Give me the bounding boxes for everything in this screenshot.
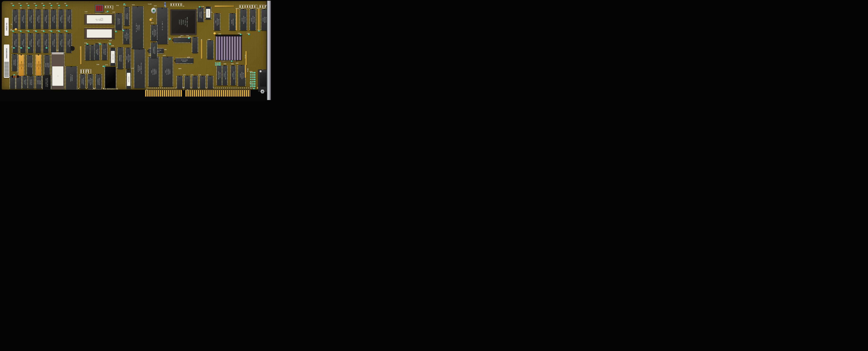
tantalum-capacitor [149, 19, 152, 21]
edge-connector-p1 [185, 90, 250, 96]
ic-chip [84, 28, 114, 39]
chip-marking: SN74LS273N ZKXAK8826 [119, 48, 122, 68]
silkscreen-text: U6 [50, 7, 52, 9]
chip-marking: MC74F74N XXAY8831 [30, 77, 32, 88]
white-label-text: B200013046 [128, 77, 129, 82]
ceramic-capacitor [109, 43, 111, 45]
pin-header-holes [105, 6, 113, 8]
ic-chip: TMS4256-12NL IGE8826 [59, 33, 64, 53]
ic-chip: SN74LS245N 8817BS [229, 13, 236, 31]
serial-label: FA-37804 [4, 18, 9, 36]
silkscreen-text: U75 [163, 55, 166, 56]
ic-chip: DALE MDP1603-330C 8753 [19, 55, 24, 76]
sip-resistor-network [236, 9, 237, 31]
ceramic-capacitor [12, 31, 14, 32]
chip-marking: MALAYSIA SN74ALS245A 8813 [215, 14, 219, 30]
chip-marking: TMS4256-12NL IGE8826 [37, 34, 40, 52]
ic-chip: TMS4256-12NL IGE8826 [36, 9, 41, 29]
ic-chip: MALAYSIA SN74ALS245AN 8813DT [123, 29, 129, 44]
chip-marking: TMS4256-12NL IGE8826 [29, 10, 32, 28]
chip-marking: TMS4256-12NL IGE8826 [52, 34, 55, 52]
silkscreen-text: C10 [85, 11, 88, 12]
ic-chip [192, 37, 197, 53]
ic-chip [208, 76, 213, 89]
silkscreen-text: 31 [187, 89, 189, 91]
silkscreen-text: U15 [154, 5, 157, 7]
ic-chip: SN74ALS573BN 8826CT [222, 65, 227, 85]
chip-marking: TMS4256-12NL IGE8826 [44, 34, 48, 52]
resistor [250, 85, 255, 87]
silkscreen-text: U10 [113, 11, 115, 13]
chip-marking: SN74LS590N 8836AS [181, 59, 188, 62]
white-label-text: B200011506C [208, 10, 209, 16]
pin-header [170, 3, 182, 6]
ic-chip: SN74ALS573BN 8826CT [231, 65, 236, 85]
ic-chip: MC146818P QL 2GC68801 [66, 66, 77, 90]
chip-marking: TMS4256-12NL IGE8826 [37, 10, 40, 28]
ceramic-capacitor [58, 5, 60, 6]
ic-chip: SN74F138N 8626AT [95, 43, 99, 60]
silkscreen-text: U77 [183, 74, 186, 76]
chip-notch [148, 50, 148, 52]
chip-marking: MALAYSIA SN74ALS573BN [218, 66, 221, 85]
chip-marking: DALE MDP1603-330G 8753 [36, 55, 41, 75]
ic-chip: MC74F280N XXAR882B [124, 7, 129, 26]
ic-chip: TMS4256-12NL IGE8826 [66, 9, 71, 29]
silkscreen-text: U5 [43, 7, 44, 9]
silkscreen-text: RP5 [179, 68, 181, 69]
silkscreen-text: C60 [96, 64, 99, 65]
j5-connector-body [260, 72, 266, 87]
silkscreen-text: U7 [58, 7, 60, 9]
resistor [250, 81, 255, 83]
chip-notch [112, 48, 114, 49]
white-label: B200011506C [206, 9, 210, 18]
heatsink-pins [221, 60, 237, 61]
chip-marking: MALAYSIA SN74LS646NT 8826XS [239, 66, 244, 85]
ic-chip: TMS4256-12NL IGE8826 [20, 33, 26, 53]
ceramic-capacitor [66, 31, 68, 32]
silkscreen-text: U4 [35, 7, 37, 9]
ic-chip [10, 76, 15, 89]
ic-chip [200, 76, 205, 89]
ic-chip: MALAYSIA SN74LS646NT 8826XS [238, 65, 245, 86]
ic-chip: TMS4256-12NL IGE8826 [66, 33, 71, 53]
silkscreen-text: U82 [224, 63, 226, 65]
tantalum-capacitor [14, 28, 17, 30]
silkscreen-text: C8 [64, 3, 66, 4]
ceramic-capacitor [248, 34, 250, 35]
sip-resistor-network [258, 9, 260, 31]
chip-marking: MC74F175N XXEC8827 [103, 44, 106, 59]
sip-resistor-network [80, 46, 82, 64]
eprom-label [87, 29, 112, 38]
ic-chip: TMS4256-12NL IGE8826 [43, 9, 49, 29]
sip-resistor-network [245, 51, 247, 65]
ic-chip: 74F158N 0984C1L 8825KE [44, 55, 50, 76]
chip-notch [179, 76, 180, 77]
serial-label-text: FA-37804 [6, 23, 7, 31]
silkscreen-text: J4 [112, 8, 114, 10]
chip-body [16, 76, 21, 89]
silkscreen-text: 1 [183, 89, 184, 91]
ic-chip: SN74LS125AN IKAW8822N [151, 42, 157, 58]
ic-chip: L1B1347 ≡FARADAY FE3000 TAG 8821 Δ 3468 … [170, 9, 196, 35]
silkscreen-text: U2 [20, 7, 22, 9]
chip-body [185, 76, 190, 89]
pin-header [259, 5, 268, 8]
chip-marking: SN74LS245N 8817BS [231, 14, 234, 30]
ic-chip: MC74F175N XXEC8827 [102, 43, 107, 60]
ic-chip: MALAYSIA SN74ALS24… [116, 13, 122, 30]
ceramic-capacitor [123, 3, 125, 5]
silkscreen-text: 18 [146, 89, 148, 91]
chip-marking: MALAYSIA SN74ALS244BN 8826ET [126, 49, 130, 68]
chip-marking: SN74ALS573BN 8826CT [223, 66, 226, 85]
silkscreen-text: C4 [34, 3, 36, 4]
ceramic-capacitor [20, 47, 22, 49]
chip-marking: MALAYSIA SN74ALS245AN 8813DT [124, 30, 128, 43]
ceramic-capacitor [20, 5, 22, 6]
chip-marking: MALAYSIA SN74F244N 8826AT [262, 10, 267, 30]
resistor [164, 2, 166, 7]
eprom-label-text: FARADAY '87 65-00117-030 3434 [95, 18, 103, 21]
ceramic-capacitor [35, 5, 37, 6]
ic-chip: SN74LS138N FFKV8829 [197, 8, 204, 22]
silkscreen-text: RP2 [181, 35, 184, 36]
